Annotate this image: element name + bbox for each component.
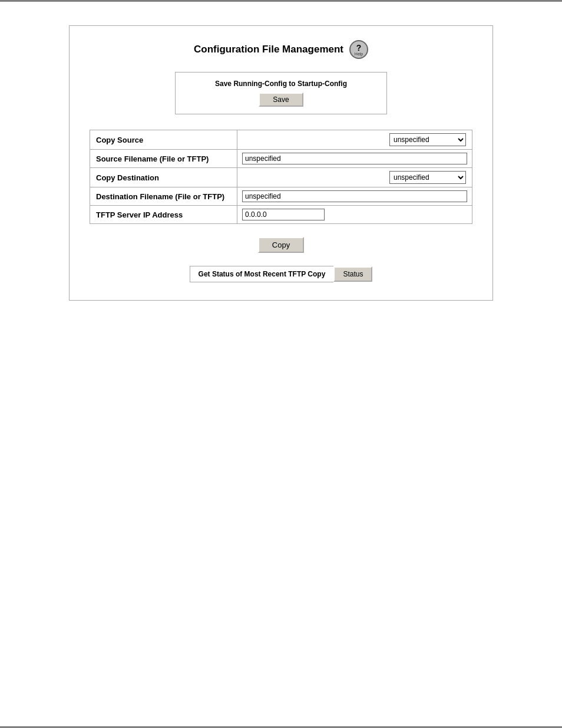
copy-button-row: Copy: [90, 237, 472, 253]
tftp-ip-input[interactable]: [242, 209, 325, 220]
help-label: Help: [355, 52, 363, 56]
copy-table: Copy Source unspecified Source Filename …: [90, 130, 472, 224]
copy-source-select[interactable]: unspecified: [389, 133, 466, 146]
table-row: Copy Destination unspecified: [90, 168, 472, 187]
tftp-ip-cell: [237, 206, 472, 224]
copy-source-cell: unspecified: [237, 130, 472, 150]
tftp-ip-label: TFTP Server IP Address: [90, 206, 237, 224]
status-section: Get Status of Most Recent TFTP Copy Stat…: [90, 266, 472, 282]
table-row: Source Filename (File or TFTP): [90, 150, 472, 168]
panel-header: Configuration File Management ? Help: [90, 40, 472, 59]
source-filename-cell: [237, 150, 472, 168]
save-button[interactable]: Save: [259, 93, 303, 107]
dest-filename-input[interactable]: [242, 190, 467, 202]
status-section-label: Get Status of Most Recent TFTP Copy: [190, 266, 334, 282]
copy-destination-label: Copy Destination: [90, 168, 237, 187]
status-button[interactable]: Status: [333, 266, 372, 282]
save-section-label: Save Running-Config to Startup-Config: [187, 80, 375, 88]
copy-destination-cell: unspecified: [237, 168, 472, 187]
help-question-mark: ?: [356, 44, 362, 52]
table-row: TFTP Server IP Address: [90, 206, 472, 224]
help-icon-button[interactable]: ? Help: [349, 40, 368, 59]
copy-source-label: Copy Source: [90, 130, 237, 150]
table-row: Copy Source unspecified: [90, 130, 472, 150]
copy-destination-select[interactable]: unspecified: [389, 171, 466, 184]
source-filename-label: Source Filename (File or TFTP): [90, 150, 237, 168]
source-filename-input[interactable]: [242, 153, 467, 164]
save-section: Save Running-Config to Startup-Config Sa…: [175, 72, 387, 114]
copy-button[interactable]: Copy: [258, 237, 304, 253]
panel-title: Configuration File Management: [194, 44, 343, 55]
dest-filename-label: Destination Filename (File or TFTP): [90, 187, 237, 206]
dest-filename-cell: [237, 187, 472, 206]
table-row: Destination Filename (File or TFTP): [90, 187, 472, 206]
main-panel: Configuration File Management ? Help Sav…: [69, 25, 493, 301]
